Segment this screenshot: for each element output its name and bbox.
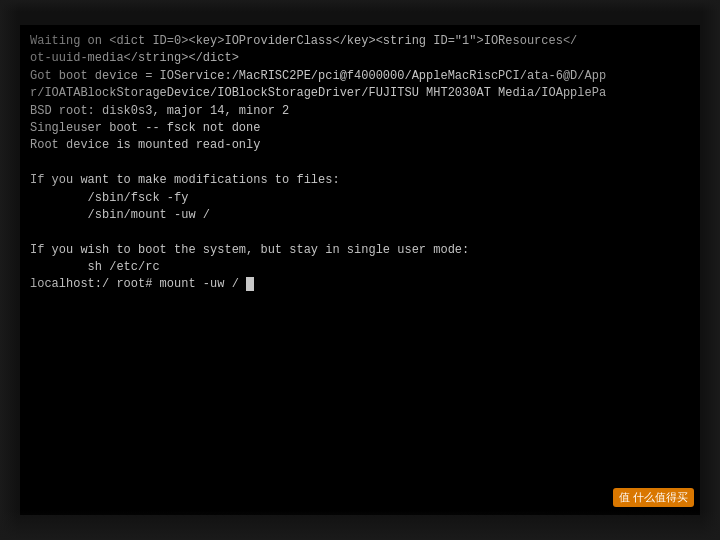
top-bezel-shadow [0,0,720,12]
terminal-line-4: r/IOATABlockStorageDevice/IOBlockStorage… [30,85,690,102]
watermark-badge: 值 什么值得买 [613,488,694,507]
terminal-line-12: sh /etc/rc [30,259,690,276]
blank-line-2 [30,224,690,241]
terminal-line-11: If you wish to boot the system, but stay… [30,242,690,259]
terminal-line-8: If you want to make modifications to fil… [30,172,690,189]
terminal-line-2: ot-uuid-media</string></dict> [30,50,690,67]
blank-line-1 [30,155,690,172]
left-bezel-shadow [0,0,18,540]
terminal-prompt-line[interactable]: localhost:/ root# mount -uw / [30,276,690,293]
screen: Waiting on <dict ID=0><key>IOProviderCla… [20,25,700,515]
bottom-bezel-shadow [0,510,720,540]
terminal-line-6: Singleuser boot -- fsck not done [30,120,690,137]
terminal-line-3: Got boot device = IOService:/MacRISC2PE/… [30,68,690,85]
monitor-frame: Waiting on <dict ID=0><key>IOProviderCla… [0,0,720,540]
terminal-line-1: Waiting on <dict ID=0><key>IOProviderCla… [30,33,690,50]
terminal-line-9: /sbin/fsck -fy [30,190,690,207]
terminal-cursor [246,277,254,291]
terminal-window: Waiting on <dict ID=0><key>IOProviderCla… [20,25,700,515]
terminal-line-7: Root device is mounted read-only [30,137,690,154]
right-bezel-shadow [702,0,720,540]
terminal-line-5: BSD root: disk0s3, major 14, minor 2 [30,103,690,120]
terminal-line-10: /sbin/mount -uw / [30,207,690,224]
